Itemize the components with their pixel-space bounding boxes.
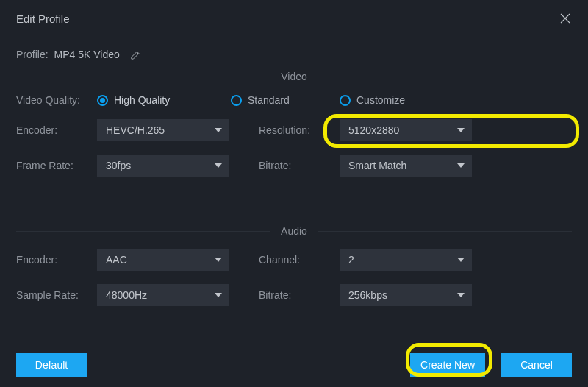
close-icon (559, 12, 572, 25)
profile-label: Profile: (16, 49, 49, 60)
video-encoder-label: Encoder: (16, 124, 97, 136)
radio-icon (97, 95, 108, 106)
audio-channel-label: Channel: (259, 254, 340, 266)
select-value: 5120x2880 (348, 124, 399, 136)
video-grid: Video Quality: High Quality Standard Cus… (0, 94, 588, 177)
video-resolution-select[interactable]: 5120x2880 (340, 119, 472, 141)
chevron-down-icon (215, 128, 222, 132)
edit-profile-window: Edit Profile Profile: MP4 5K Video Video… (0, 0, 588, 387)
video-quality-label: Video Quality: (16, 94, 97, 106)
chevron-down-icon (215, 258, 222, 262)
chevron-down-icon (457, 128, 465, 132)
footer: Default Create New Cancel (0, 353, 588, 377)
audio-encoder-label: Encoder: (16, 254, 97, 266)
chevron-down-icon (457, 163, 465, 168)
radio-label: High Quality (114, 94, 170, 106)
select-value: HEVC/H.265 (106, 124, 165, 136)
chevron-down-icon (215, 293, 222, 297)
select-value: Smart Match (348, 160, 406, 171)
titlebar: Edit Profile (0, 0, 588, 34)
video-quality-customize-radio[interactable]: Customize (340, 94, 472, 106)
audio-samplerate-label: Sample Rate: (16, 289, 97, 301)
video-bitrate-select[interactable]: Smart Match (340, 155, 472, 177)
pencil-icon (130, 49, 141, 60)
chevron-down-icon (457, 293, 465, 297)
video-bitrate-label: Bitrate: (259, 160, 340, 171)
radio-label: Customize (356, 94, 405, 106)
audio-section-header: Audio (16, 225, 572, 237)
select-value: AAC (106, 254, 127, 266)
create-new-button[interactable]: Create New (410, 353, 485, 377)
audio-bitrate-select[interactable]: 256kbps (340, 284, 472, 306)
profile-row: Profile: MP4 5K Video (0, 34, 588, 66)
audio-samplerate-select[interactable]: 48000Hz (97, 284, 229, 306)
audio-encoder-select[interactable]: AAC (97, 249, 229, 271)
audio-bitrate-label: Bitrate: (259, 289, 340, 301)
edit-profile-name-button[interactable] (130, 49, 142, 60)
profile-value: MP4 5K Video (54, 49, 120, 60)
chevron-down-icon (215, 163, 222, 168)
video-encoder-select[interactable]: HEVC/H.265 (97, 119, 229, 141)
default-button[interactable]: Default (16, 353, 87, 377)
audio-grid: Encoder: AAC Channel: 2 Sample Rate: 480… (0, 249, 588, 306)
radio-icon (231, 95, 242, 106)
video-framerate-label: Frame Rate: (16, 160, 97, 171)
video-framerate-select[interactable]: 30fps (97, 155, 229, 177)
video-section-header: Video (16, 71, 572, 82)
select-value: 256kbps (348, 289, 387, 301)
radio-icon (340, 95, 351, 106)
close-button[interactable] (557, 10, 573, 26)
select-value: 2 (348, 254, 354, 266)
cancel-button[interactable]: Cancel (501, 353, 572, 377)
radio-label: Standard (248, 94, 290, 106)
window-title: Edit Profile (16, 13, 70, 25)
video-quality-high-radio[interactable]: High Quality (97, 94, 229, 106)
chevron-down-icon (457, 258, 465, 262)
video-quality-standard-radio[interactable]: Standard (231, 94, 340, 106)
video-resolution-label: Resolution: (259, 124, 340, 136)
select-value: 48000Hz (106, 289, 147, 301)
audio-channel-select[interactable]: 2 (340, 249, 472, 271)
select-value: 30fps (106, 160, 131, 171)
